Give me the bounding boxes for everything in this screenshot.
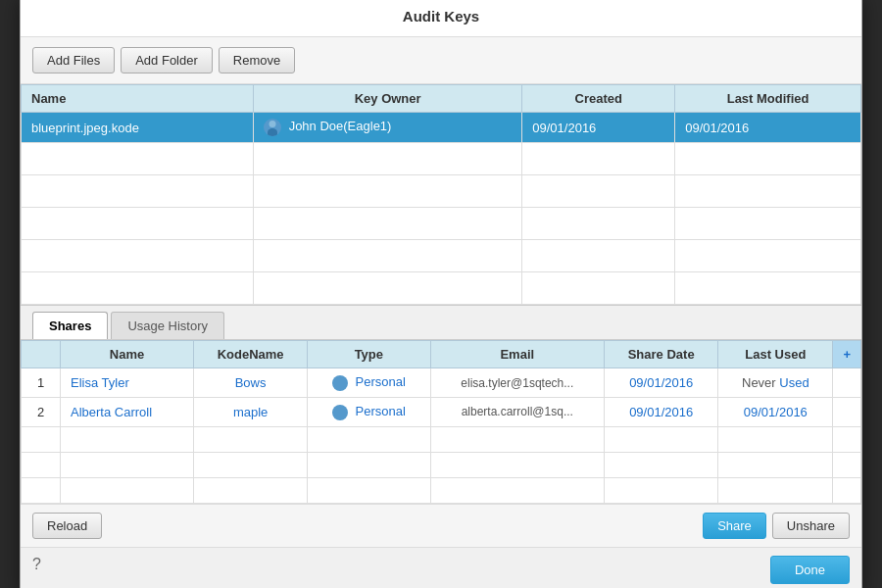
cell-email: elisa.tyler@1sqtech...	[430, 368, 605, 398]
add-files-button[interactable]: Add Files	[32, 47, 115, 74]
col-type: Type	[308, 341, 430, 368]
footer-bar: ? Done	[21, 547, 861, 588]
col-name: Name	[22, 85, 254, 113]
col-email: Email	[430, 341, 605, 368]
empty-row	[22, 452, 861, 477]
type-icon	[332, 405, 348, 420]
table-row[interactable]: blueprint.jpeg.kode John Doe(Eagle1) 09/…	[22, 113, 861, 143]
reload-button[interactable]: Reload	[32, 513, 102, 539]
last-used-prefix: Never	[742, 375, 779, 390]
cell-name: blueprint.jpeg.kode	[22, 113, 254, 143]
last-used-full: 09/01/2016	[744, 405, 808, 419]
empty-add-cell	[833, 368, 861, 398]
empty-row	[22, 240, 861, 272]
table-row[interactable]: 1 Elisa Tyler Bows Personal elisa.tyler@…	[22, 368, 861, 398]
add-col-button[interactable]: +	[833, 341, 861, 368]
remove-button[interactable]: Remove	[219, 47, 295, 74]
help-icon[interactable]: ?	[32, 556, 41, 584]
cell-share-date: 09/01/2016	[605, 368, 718, 398]
bottom-bar-right: Share Unshare	[703, 513, 850, 539]
empty-row	[22, 426, 861, 452]
empty-add-cell	[833, 398, 861, 427]
bottom-bar: Reload Share Unshare	[21, 504, 861, 547]
cell-share-date: 09/01/2016	[605, 398, 718, 427]
cell-kodename: maple	[194, 398, 308, 427]
col-kodename: KodeName	[194, 341, 308, 368]
cell-created: 09/01/2016	[522, 113, 675, 143]
empty-row	[22, 477, 861, 503]
tab-shares[interactable]: Shares	[32, 312, 108, 339]
avatar-icon	[264, 119, 281, 136]
col-share-date: Share Date	[605, 341, 718, 368]
upper-table-section: Name Key Owner Created Last Modified blu…	[21, 84, 861, 306]
upper-table-header-row: Name Key Owner Created Last Modified	[22, 85, 861, 113]
cell-kodename: Bows	[194, 368, 308, 398]
toolbar: Add Files Add Folder Remove	[21, 37, 861, 84]
lower-table-header-row: Name KodeName Type Email Share Date Last…	[22, 341, 861, 368]
col-last-modified: Last Modified	[675, 85, 861, 113]
cell-lname: Elisa Tyler	[61, 368, 194, 398]
cell-last-used: Never Used	[718, 368, 833, 398]
cell-row-num: 1	[22, 368, 61, 398]
cell-key-owner: John Doe(Eagle1)	[254, 113, 522, 143]
cell-email: alberta.carroll@1sq...	[430, 398, 605, 427]
col-num	[22, 341, 61, 368]
empty-row	[22, 143, 861, 175]
cell-lname: Alberta Carroll	[61, 398, 194, 427]
dialog-title: Audit Keys	[21, 0, 861, 37]
lower-section: Name KodeName Type Email Share Date Last…	[21, 340, 861, 546]
audit-keys-dialog: Audit Keys Add Files Add Folder Remove N…	[20, 0, 862, 588]
type-icon	[332, 375, 348, 391]
col-last-used: Last Used	[718, 341, 833, 368]
col-lname: Name	[61, 341, 194, 368]
lower-table: Name KodeName Type Email Share Date Last…	[21, 340, 861, 503]
last-used-suffix: Used	[779, 375, 808, 390]
empty-row	[22, 208, 861, 240]
share-button[interactable]: Share	[703, 513, 766, 539]
table-row[interactable]: 2 Alberta Carroll maple Personal alberta…	[22, 398, 861, 427]
add-folder-button[interactable]: Add Folder	[121, 47, 213, 74]
tabs-section: Shares Usage History	[21, 306, 861, 340]
upper-table: Name Key Owner Created Last Modified blu…	[21, 84, 861, 305]
cell-type: Personal	[308, 398, 430, 427]
cell-row-num: 2	[22, 398, 61, 427]
unshare-button[interactable]: Unshare	[772, 513, 850, 539]
col-created: Created	[522, 85, 675, 113]
cell-type: Personal	[308, 368, 430, 398]
cell-last-modified: 09/01/2016	[675, 113, 861, 143]
empty-row	[22, 272, 861, 305]
col-key-owner: Key Owner	[254, 85, 522, 113]
done-button[interactable]: Done	[770, 556, 850, 584]
lower-table-wrap: Name KodeName Type Email Share Date Last…	[21, 340, 861, 503]
tab-usage-history[interactable]: Usage History	[111, 312, 224, 339]
empty-row	[22, 175, 861, 208]
cell-last-used: 09/01/2016	[718, 398, 833, 427]
